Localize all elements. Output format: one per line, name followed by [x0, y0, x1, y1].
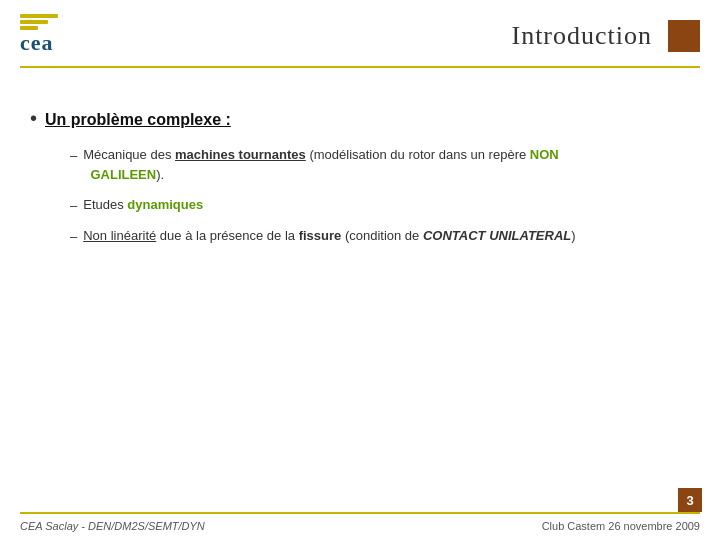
- non-linearite: Non linéarité: [83, 228, 156, 243]
- cea-bar-2: [20, 20, 48, 24]
- cea-logo: cea: [20, 14, 80, 58]
- dash-icon: –: [70, 196, 77, 216]
- section-title-row: • Un problème complexe :: [30, 108, 690, 129]
- page-number: 3: [678, 488, 702, 512]
- machines-tournantes: machines tournantes: [175, 147, 306, 162]
- sub-items-list: – Mécanique des machines tournantes (mod…: [70, 145, 690, 246]
- footer-right-text: Club Castem 26 novembre 2009: [542, 520, 700, 532]
- non-galileen: NON GALILEEN: [83, 147, 558, 182]
- dash-icon: –: [70, 146, 77, 166]
- cea-text: cea: [20, 32, 80, 54]
- list-item: – Etudes dynamiques: [70, 195, 690, 216]
- main-content: • Un problème complexe : – Mécanique des…: [0, 68, 720, 266]
- header-right: Introduction: [511, 20, 700, 52]
- footer: CEA Saclay - DEN/DM2S/SEMT/DYN Club Cast…: [0, 512, 720, 540]
- dash-icon: –: [70, 227, 77, 247]
- section-heading: Un problème complexe :: [45, 111, 231, 129]
- logo-area: cea: [20, 14, 80, 58]
- cea-bars: [20, 14, 80, 30]
- list-item: – Mécanique des machines tournantes (mod…: [70, 145, 690, 185]
- item-text-2: Etudes dynamiques: [83, 195, 203, 215]
- bullet-point: •: [30, 108, 37, 128]
- header: cea Introduction: [0, 0, 720, 58]
- page-title: Introduction: [511, 21, 652, 51]
- footer-content: CEA Saclay - DEN/DM2S/SEMT/DYN Club Cast…: [0, 514, 720, 540]
- list-item: – Non linéarité due à la présence de la …: [70, 226, 690, 247]
- cea-bar-1: [20, 14, 58, 18]
- contact-unilateral: CONTACT UNILATERAL: [423, 228, 571, 243]
- dynamiques: dynamiques: [127, 197, 203, 212]
- fissure: fissure: [299, 228, 342, 243]
- footer-left-text: CEA Saclay - DEN/DM2S/SEMT/DYN: [20, 520, 205, 532]
- item-text-1: Mécanique des machines tournantes (modél…: [83, 145, 558, 185]
- title-accent-block: [668, 20, 700, 52]
- item-text-3: Non linéarité due à la présence de la fi…: [83, 226, 575, 246]
